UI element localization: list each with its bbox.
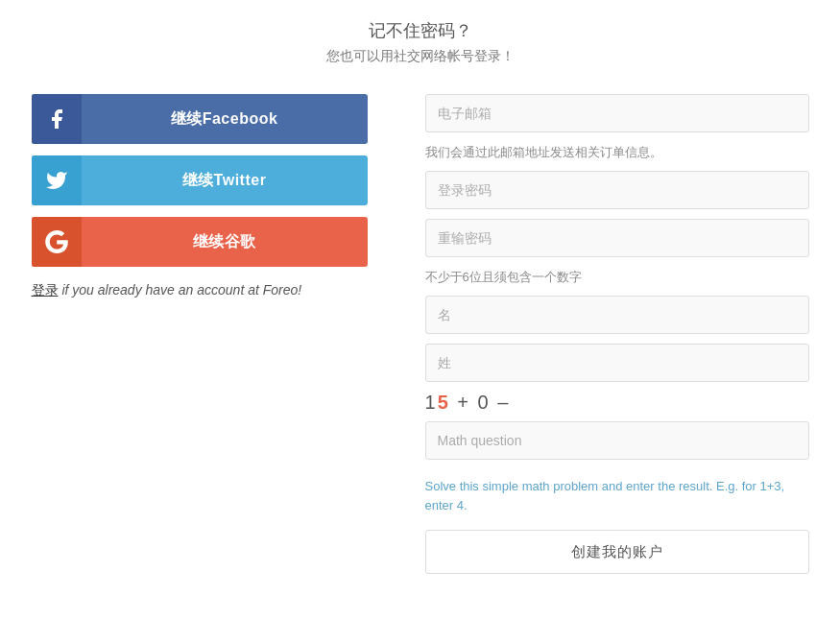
create-account-button[interactable]: 创建我的账户	[425, 530, 809, 574]
confirm-password-input[interactable]	[425, 219, 809, 257]
left-panel: 继续Facebook 继续Twitter 继续谷歌 登录 if you alre…	[32, 94, 368, 299]
google-icon	[45, 230, 68, 253]
facebook-icon-wrapper	[32, 94, 82, 144]
math-answer-input[interactable]	[425, 421, 809, 460]
last-name-input[interactable]	[425, 344, 809, 382]
twitter-button[interactable]: 继续Twitter	[32, 155, 368, 205]
twitter-icon	[45, 169, 68, 192]
first-name-input[interactable]	[425, 296, 809, 334]
password-input[interactable]	[425, 171, 809, 209]
math-question-display: 15 + 0 –	[425, 392, 809, 414]
math-question-text: 15 + 0 –	[425, 392, 511, 413]
login-hint-text: 登录 if you already have an account at For…	[32, 282, 368, 299]
page-title: 记不住密码？	[326, 19, 515, 42]
facebook-label: 继续Facebook	[82, 109, 368, 130]
math-solve-hint: Solve this simple math problem and enter…	[425, 477, 809, 514]
password-hint: 不少于6位且须包含一个数字	[425, 269, 809, 286]
google-icon-wrapper	[32, 217, 82, 267]
facebook-button[interactable]: 继续Facebook	[32, 94, 368, 144]
twitter-icon-wrapper	[32, 155, 82, 205]
page-subtitle: 您也可以用社交网络帐号登录！	[326, 48, 515, 65]
google-button[interactable]: 继续谷歌	[32, 217, 368, 267]
email-input[interactable]	[425, 94, 809, 132]
page-header: 记不住密码？ 您也可以用社交网络帐号登录！	[326, 19, 515, 65]
email-hint: 我们会通过此邮箱地址发送相关订单信息。	[425, 144, 809, 161]
google-label: 继续谷歌	[82, 232, 368, 252]
twitter-label: 继续Twitter	[82, 171, 368, 191]
login-hint-suffix: if you already have an account at Foreo!	[59, 282, 302, 298]
facebook-icon	[45, 107, 68, 131]
login-link[interactable]: 登录	[32, 282, 59, 298]
right-panel: 我们会通过此邮箱地址发送相关订单信息。 不少于6位且须包含一个数字 15 + 0…	[425, 94, 809, 574]
submit-label: 创建我的账户	[571, 543, 663, 560]
main-content: 继续Facebook 继续Twitter 继续谷歌 登录 if you alre…	[32, 94, 809, 574]
